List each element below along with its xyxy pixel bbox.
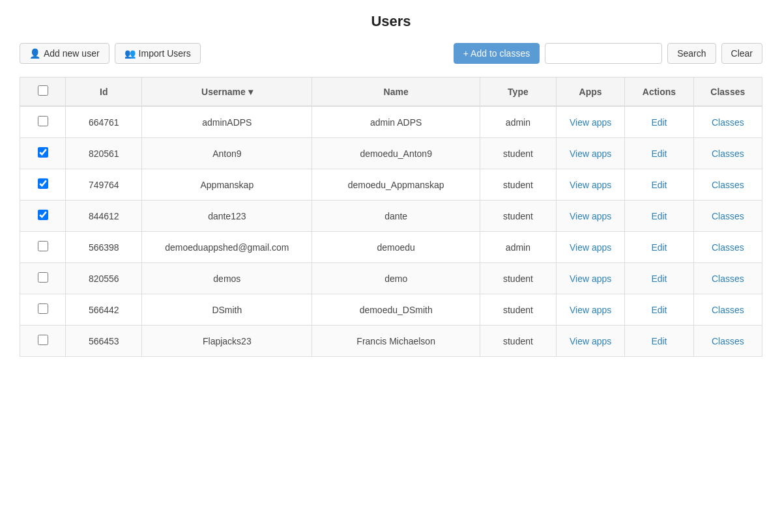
edit-link[interactable]: Edit [651, 273, 667, 284]
cell-classes: Classes [693, 232, 762, 263]
row-checkbox[interactable] [38, 210, 48, 220]
table-row: 820561Anton9demoedu_Anton9studentView ap… [20, 138, 762, 169]
cell-username: Anton9 [142, 138, 312, 169]
cell-name: demoedu_DSmith [312, 294, 480, 326]
view-apps-link[interactable]: View apps [570, 148, 611, 159]
cell-username: DSmith [142, 294, 312, 326]
cell-name: demoedu_Anton9 [312, 138, 480, 169]
cell-id: 820556 [66, 263, 142, 294]
header-name: Name [312, 77, 480, 107]
cell-classes: Classes [693, 169, 762, 201]
cell-classes: Classes [693, 138, 762, 169]
cell-username: demoeduappshed@gmail.com [142, 232, 312, 263]
cell-type: student [480, 138, 556, 169]
cell-apps: View apps [556, 294, 624, 326]
classes-link[interactable]: Classes [712, 211, 744, 221]
table-row: 566398demoeduappshed@gmail.comdemoeduadm… [20, 232, 762, 263]
cell-apps: View apps [556, 326, 624, 357]
cell-actions: Edit [625, 138, 693, 169]
classes-link[interactable]: Classes [712, 273, 744, 284]
edit-link[interactable]: Edit [651, 211, 667, 221]
cell-username: demos [142, 263, 312, 294]
clear-button[interactable]: Clear [721, 43, 762, 64]
edit-link[interactable]: Edit [651, 336, 667, 346]
header-apps: Apps [556, 77, 624, 107]
cell-type: student [480, 169, 556, 201]
import-users-button[interactable]: 👥 Import Users [115, 43, 201, 64]
classes-link[interactable]: Classes [712, 336, 744, 346]
row-checkbox[interactable] [38, 272, 48, 283]
page-title: Users [20, 13, 762, 30]
view-apps-link[interactable]: View apps [570, 305, 611, 315]
cell-apps: View apps [556, 232, 624, 263]
edit-link[interactable]: Edit [651, 180, 667, 190]
cell-name: demo [312, 263, 480, 294]
view-apps-link[interactable]: View apps [570, 117, 611, 128]
cell-actions: Edit [625, 294, 693, 326]
classes-link[interactable]: Classes [712, 180, 744, 190]
header-username[interactable]: Username ▾ [142, 77, 312, 107]
cell-type: student [480, 294, 556, 326]
cell-apps: View apps [556, 169, 624, 201]
table-row: 566442DSmithdemoedu_DSmithstudentView ap… [20, 294, 762, 326]
view-apps-link[interactable]: View apps [570, 242, 611, 253]
classes-link[interactable]: Classes [712, 148, 744, 159]
cell-type: admin [480, 106, 556, 138]
cell-username: adminADPS [142, 106, 312, 138]
header-type: Type [480, 77, 556, 107]
cell-classes: Classes [693, 106, 762, 138]
cell-id: 566453 [66, 326, 142, 357]
cell-username: Flapjacks23 [142, 326, 312, 357]
row-checkbox[interactable] [38, 116, 48, 126]
cell-actions: Edit [625, 326, 693, 357]
cell-apps: View apps [556, 138, 624, 169]
table-row: 820556demosdemostudentView appsEditClass… [20, 263, 762, 294]
toolbar-left: 👤 Add new user 👥 Import Users [20, 43, 201, 64]
cell-actions: Edit [625, 201, 693, 232]
cell-id: 844612 [66, 201, 142, 232]
user-icon: 👤 [29, 48, 40, 59]
edit-link[interactable]: Edit [651, 242, 667, 253]
classes-link[interactable]: Classes [712, 305, 744, 315]
toolbar: 👤 Add new user 👥 Import Users + Add to c… [20, 43, 762, 64]
row-checkbox[interactable] [38, 335, 48, 345]
table-row: 749764Appmanskapdemoedu_Appmanskapstuden… [20, 169, 762, 201]
cell-classes: Classes [693, 263, 762, 294]
row-checkbox[interactable] [38, 178, 48, 189]
cell-apps: View apps [556, 201, 624, 232]
select-all-checkbox[interactable] [38, 85, 48, 96]
cell-type: student [480, 263, 556, 294]
group-icon: 👥 [124, 48, 136, 59]
row-checkbox[interactable] [38, 147, 48, 158]
cell-classes: Classes [693, 326, 762, 357]
edit-link[interactable]: Edit [651, 117, 667, 128]
classes-link[interactable]: Classes [712, 242, 744, 253]
edit-link[interactable]: Edit [651, 305, 667, 315]
cell-actions: Edit [625, 106, 693, 138]
view-apps-link[interactable]: View apps [570, 336, 611, 346]
view-apps-link[interactable]: View apps [570, 211, 611, 221]
search-button[interactable]: Search [667, 43, 716, 64]
cell-id: 820561 [66, 138, 142, 169]
cell-username: dante123 [142, 201, 312, 232]
view-apps-link[interactable]: View apps [570, 273, 611, 284]
cell-actions: Edit [625, 169, 693, 201]
view-apps-link[interactable]: View apps [570, 180, 611, 190]
cell-name: demoedu [312, 232, 480, 263]
add-new-user-button[interactable]: 👤 Add new user [20, 43, 109, 64]
cell-name: admin ADPS [312, 106, 480, 138]
cell-id: 566442 [66, 294, 142, 326]
cell-username: Appmanskap [142, 169, 312, 201]
table-row: 664761adminADPSadmin ADPSadminView appsE… [20, 106, 762, 138]
search-input[interactable] [545, 43, 662, 64]
classes-link[interactable]: Classes [712, 117, 744, 128]
cell-apps: View apps [556, 263, 624, 294]
cell-id: 566398 [66, 232, 142, 263]
row-checkbox[interactable] [38, 303, 48, 314]
edit-link[interactable]: Edit [651, 148, 667, 159]
row-checkbox[interactable] [38, 241, 48, 251]
cell-name: dante [312, 201, 480, 232]
cell-actions: Edit [625, 232, 693, 263]
add-to-classes-button[interactable]: + Add to classes [454, 43, 540, 64]
table-header-row: Id Username ▾ Name Type Apps Actions Cla… [20, 77, 762, 107]
